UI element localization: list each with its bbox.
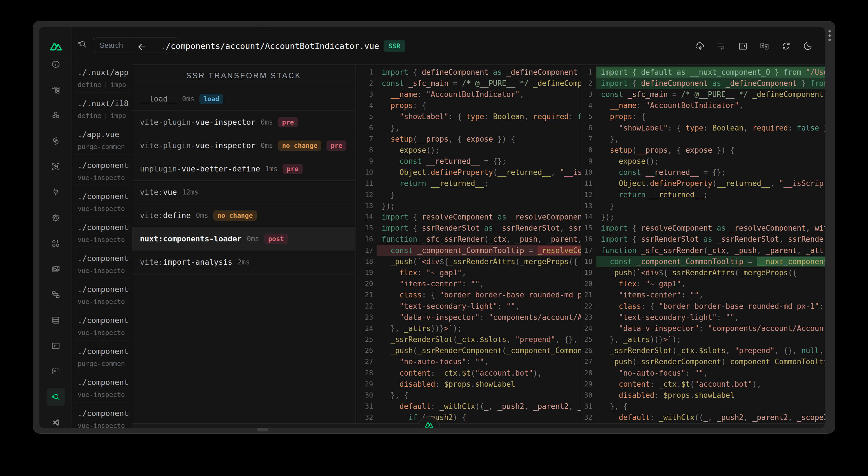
path-header: ./components/account/AccountBotIndicator… — [132, 27, 825, 65]
split-diff-button[interactable] — [760, 41, 770, 51]
file-title: ./component — [78, 221, 132, 234]
badge-pre: pre — [278, 117, 298, 127]
line-number: 16 — [355, 235, 377, 243]
bottom-scrollbar-strip[interactable] — [132, 423, 825, 428]
file-title: ./app.vue — [78, 128, 132, 141]
cube-scan-icon — [51, 162, 61, 171]
line-number: 9 — [355, 157, 377, 165]
file-list-item[interactable]: ./componentvue-inspecto — [72, 216, 132, 247]
plugin-name: vite-plugin-vue-inspector — [140, 141, 255, 150]
sidebar-item-modules[interactable] — [46, 106, 65, 125]
stack-row[interactable]: unplugin-vue-better-define1mspre — [132, 157, 355, 181]
sidebar-item-plugins[interactable] — [46, 183, 65, 201]
file-title: ./component — [78, 252, 132, 265]
stack-row[interactable]: vite-plugin-vue-inspector0mspre — [132, 110, 355, 134]
badge-nochange: no change — [213, 211, 257, 221]
line-number: 27 — [581, 358, 596, 366]
line-number: 24 — [581, 324, 596, 332]
code-line: 17 const _component_CommonTooltip = _res… — [355, 245, 581, 256]
code-line: 30 }, { — [355, 389, 581, 401]
code-line: 32 default: _withCtx((_, _push2, _parent… — [581, 412, 825, 423]
code-line: 12 return __returned__; — [581, 189, 825, 200]
file-list-item[interactable]: ./componentvue-inspecto — [72, 154, 132, 185]
code-line: 18 const _component_CommonTooltip = __nu… — [581, 256, 825, 267]
line-wrap-button[interactable] — [716, 41, 726, 51]
collapse-panel-button[interactable] — [738, 41, 748, 51]
line-number: 16 — [581, 235, 596, 243]
drag-grip-icon[interactable] — [828, 30, 832, 41]
dark-mode-button[interactable] — [803, 41, 813, 51]
file-list-item[interactable]: ./.nuxt/i18define|impo — [72, 92, 132, 123]
line-number: 23 — [355, 313, 377, 321]
line-number: 5 — [355, 113, 377, 121]
line-number: 30 — [581, 391, 596, 399]
sidebar-item-assets[interactable] — [46, 158, 65, 176]
code-line: 10 Object.defineProperty(__returned__, "… — [355, 167, 581, 178]
sidebar-item-open-graph[interactable] — [46, 260, 65, 278]
file-list-item[interactable]: ./.nuxt/appdefine|impo — [72, 61, 132, 92]
code-line: 10 const __returned__ = {}; — [581, 167, 825, 178]
code-line: 8 setup(__props, { expose }) { — [581, 145, 825, 156]
code-line: 19 flex: "~ gap1", — [355, 267, 581, 278]
stack-row[interactable]: vite-plugin-vue-inspector0msno changepre — [132, 134, 355, 157]
code-line: 30 disabled: $props.showLabel — [581, 389, 825, 401]
refresh-button[interactable] — [781, 41, 791, 51]
transform-stack-panel: SSR TRANSFORM STACK __load__0msloadvite-… — [132, 65, 355, 423]
swirl-icon — [51, 136, 61, 146]
file-transform-tags: define|impo — [78, 79, 132, 90]
database-icon — [51, 315, 61, 325]
file-transform-tags: vue-inspecto — [78, 172, 132, 183]
line-number: 4 — [581, 101, 596, 109]
sidebar-item-runtime-configs[interactable] — [46, 209, 65, 227]
code-line: 21 class: { "border border-base rounded-… — [355, 289, 581, 300]
sidebar-item-terminal[interactable] — [46, 337, 65, 355]
sidebar-item-payload[interactable] — [46, 234, 65, 253]
code-panel-before: 1import { defineComponent as _defineComp… — [355, 65, 581, 423]
badge-pre: pre — [283, 164, 303, 174]
line-number: 32 — [581, 413, 596, 421]
code-line: 9 const __returned__ = {}; — [355, 156, 581, 167]
refresh-icon — [781, 47, 791, 52]
cloud-settings-button[interactable] — [694, 41, 705, 51]
code-line: 15import { ssrRenderSlot as _ssrRenderSl… — [355, 223, 581, 234]
magnifier-icon — [51, 392, 61, 402]
stack-row[interactable]: vite:import-analysis2ms — [132, 251, 355, 274]
sidebar-item-inspect[interactable] — [46, 362, 65, 380]
file-list-item[interactable]: ./componentvue-inspecto — [72, 278, 132, 309]
file-list-item[interactable]: ./componentpurge-commen — [72, 340, 132, 371]
file-list-item[interactable]: ./componentvue-inspecto — [72, 371, 132, 402]
code-line: 7 setup(__props, { expose }) { — [355, 133, 581, 145]
file-list-item[interactable]: ./componentvue-inspecto — [72, 402, 132, 428]
stack-row[interactable]: vite:define0msno change — [132, 204, 355, 227]
line-number: 8 — [581, 146, 596, 154]
sidebar-item-server-routes[interactable] — [46, 285, 65, 304]
code-line: 18 _push(`<div${_ssrRenderAttrs(_mergePr… — [355, 256, 581, 267]
code-line: 4 __name: "AccountBotIndicator", — [581, 100, 825, 111]
file-list-item[interactable]: ./componentvue-inspecto — [72, 309, 132, 340]
code-line: 6 }, — [355, 122, 581, 133]
file-list-item[interactable]: ./componentvue-inspecto — [72, 247, 132, 278]
code-line: 14import { resolveComponent as _resolveC… — [355, 211, 581, 222]
sidebar-item-vscode[interactable] — [46, 413, 65, 428]
resize-handle-bottom[interactable] — [257, 427, 268, 431]
sidebar-item-storage[interactable] — [46, 311, 65, 329]
stack-row[interactable]: vite:vue12ms — [132, 181, 355, 204]
sidebar-item-components[interactable] — [46, 81, 65, 99]
sidebar-item-vite-inspect[interactable] — [46, 388, 65, 406]
file-list-item[interactable]: ./componentvue-inspecto — [72, 185, 132, 216]
back-button[interactable] — [136, 41, 147, 52]
line-number: 19 — [581, 269, 596, 277]
file-transform-tags: purge-commen — [78, 141, 132, 152]
file-list-item[interactable]: ./app.vuepurge-commen — [72, 123, 132, 154]
icon-sidebar — [39, 27, 72, 428]
line-number: 6 — [355, 124, 377, 132]
stack-row[interactable]: nuxt:components-loader0mspost — [132, 227, 355, 251]
line-number: 26 — [581, 347, 596, 355]
wrap-icon — [716, 47, 726, 52]
stack-row[interactable]: __load__0msload — [132, 87, 355, 110]
line-number: 1 — [355, 68, 377, 76]
sidebar-item-composables[interactable] — [46, 132, 65, 150]
sidebar-item-overview[interactable] — [46, 55, 65, 73]
info-icon — [51, 59, 61, 69]
duration: 0ms — [247, 235, 259, 243]
